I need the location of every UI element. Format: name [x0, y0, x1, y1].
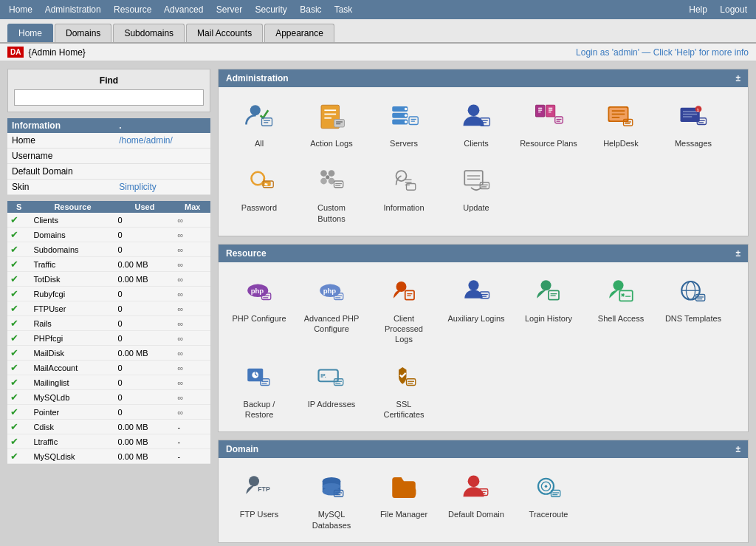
admin-custom-buttons[interactable]: Custom Buttons	[298, 159, 365, 228]
left-panel: Find Information . Home /home/admin/ Use…	[7, 69, 210, 546]
svg-point-144	[545, 485, 548, 488]
svg-rect-66	[334, 181, 343, 188]
resource-ltraffic: ✔ Ltraffic0.00 MB-	[7, 434, 210, 449]
domain-title: Domain	[226, 444, 258, 454]
domain-file-manager[interactable]: File Manager	[371, 465, 437, 535]
admin-all[interactable]: All	[226, 95, 292, 153]
resource-ip-addresses[interactable]: IP. IP Addresses	[298, 355, 365, 425]
svg-point-102	[614, 280, 624, 290]
resource-client-logs[interactable]: Client Processed Logs	[371, 270, 437, 349]
nav-resource[interactable]: Resource	[114, 4, 151, 15]
domain-traceroute[interactable]: Traceroute	[515, 465, 582, 535]
admin-update[interactable]: Update	[443, 159, 509, 228]
svg-rect-30	[546, 105, 555, 117]
find-section: Find	[7, 69, 210, 112]
status-icon: ✔	[10, 259, 18, 270]
svg-point-15	[405, 108, 408, 111]
domain-ftp-label: FTP Users	[240, 509, 278, 519]
admin-messages[interactable]: 1 Messages	[660, 95, 726, 153]
svg-text:IP.: IP.	[320, 373, 326, 378]
resource-login-history-label: Login History	[525, 313, 572, 324]
main-layout: Find Information . Home /home/admin/ Use…	[0, 61, 756, 546]
tab-appearance[interactable]: Appearance	[264, 24, 334, 42]
domain-toggle[interactable]: ±	[735, 444, 740, 454]
resource-ip-label: IP Addresses	[308, 399, 356, 409]
resource-login-history[interactable]: Login History	[515, 270, 582, 349]
resource-ssl[interactable]: SSL Certificates	[371, 355, 437, 425]
svg-rect-28	[538, 109, 542, 110]
nav-help[interactable]: Help	[689, 4, 707, 15]
svg-point-98	[541, 280, 551, 290]
domain-grid: FTP FTP Users MySQL Databases File	[219, 458, 748, 542]
info-row-default-domain: Default Domain	[7, 164, 210, 180]
admin-servers[interactable]: Servers	[371, 95, 437, 153]
administration-section: Administration ± All Action Logs	[218, 69, 749, 236]
status-icon: ✔	[10, 214, 18, 225]
svg-rect-91	[405, 290, 414, 299]
administration-header: Administration ±	[219, 69, 748, 87]
resource-mailinglist: ✔ Mailinglist0∞	[7, 375, 210, 390]
admin-password-label: Password	[241, 202, 277, 213]
administration-grid: All Action Logs Servers	[219, 87, 748, 236]
tab-domains[interactable]: Domains	[55, 24, 111, 42]
resource-shell-access[interactable]: Shell Access	[588, 270, 654, 349]
nav-server[interactable]: Server	[216, 4, 242, 15]
resource-backup-label: Backup / Restore	[230, 399, 288, 420]
resource-phpfcgi: ✔ PHPfcgi0∞	[7, 331, 210, 346]
tab-mail-accounts[interactable]: Mail Accounts	[186, 24, 263, 42]
resource-cdisk: ✔ Cdisk0.00 MB-	[7, 420, 210, 434]
administration-toggle[interactable]: ±	[735, 73, 740, 83]
resource-domains: ✔ Domains0∞	[7, 228, 210, 242]
domain-traceroute-label: Traceroute	[529, 509, 568, 519]
admin-password[interactable]: Password	[226, 159, 292, 228]
resource-ssl-label: SSL Certificates	[375, 399, 433, 420]
admin-servers-label: Servers	[390, 138, 418, 149]
nav-security[interactable]: Security	[255, 4, 287, 15]
resource-title: Resource	[226, 248, 267, 259]
admin-clients[interactable]: Clients	[443, 95, 509, 153]
nav-advanced[interactable]: Advanced	[164, 4, 203, 15]
resource-php-configure[interactable]: php PHP Configure	[226, 270, 292, 349]
nav-home[interactable]: Home	[9, 4, 32, 15]
admin-bar: DA {Admin Home} Login as 'admin' — Click…	[0, 44, 756, 61]
info-skin-link[interactable]: Simplicity	[119, 182, 157, 192]
domain-section: Domain ± FTP FTP Users MySQL Databases	[218, 440, 749, 543]
nav-task[interactable]: Task	[334, 4, 353, 15]
status-icon: ✔	[10, 406, 18, 417]
resource-toggle[interactable]: ±	[735, 248, 740, 259]
resource-adv-php[interactable]: php Advanced PHP Configure	[298, 270, 365, 349]
status-icon: ✔	[10, 362, 18, 373]
nav-logout[interactable]: Logout	[720, 4, 747, 15]
resource-dns-templates[interactable]: DNS Templates	[660, 270, 726, 349]
domain-default-domain[interactable]: Default Domain	[443, 465, 509, 535]
admin-resource-plans[interactable]: Resource Plans	[515, 95, 582, 153]
svg-point-126	[249, 477, 259, 487]
info-row-username: Username	[7, 149, 210, 164]
top-navigation: Home Administration Resource Advanced Se…	[0, 0, 756, 19]
status-icon: ✔	[10, 436, 18, 447]
svg-point-0	[250, 105, 261, 115]
admin-information-label: Information	[383, 202, 424, 213]
svg-point-94	[469, 280, 479, 290]
tab-subdomains[interactable]: Subdomains	[113, 24, 185, 42]
svg-point-90	[396, 281, 407, 292]
admin-resource-plans-label: Resource Plans	[520, 138, 577, 149]
admin-action-logs[interactable]: Action Logs	[298, 95, 365, 153]
domain-mysql[interactable]: MySQL Databases	[298, 465, 365, 535]
resource-rubyfcgi: ✔ Rubyfcgi0∞	[7, 287, 210, 301]
info-header-label: Information	[7, 118, 114, 133]
resource-subdomains: ✔ Subdomains0∞	[7, 242, 210, 257]
admin-helpdesk[interactable]: HelpDesk	[588, 95, 654, 153]
admin-information[interactable]: Information	[371, 159, 437, 228]
domain-ftp-users[interactable]: FTP FTP Users	[226, 465, 292, 535]
info-home-link[interactable]: /home/admin/	[119, 135, 173, 146]
domain-mysql-label: MySQL Databases	[303, 509, 360, 530]
resource-backup[interactable]: Backup / Restore	[226, 355, 292, 425]
svg-point-63	[320, 178, 327, 185]
resource-aux-logins[interactable]: Auxiliary Logins	[443, 270, 509, 349]
admin-custom-buttons-label: Custom Buttons	[303, 202, 360, 224]
find-input[interactable]	[14, 89, 204, 106]
tab-home[interactable]: Home	[7, 24, 53, 42]
nav-administration[interactable]: Administration	[45, 4, 101, 15]
nav-basic[interactable]: Basic	[300, 4, 321, 15]
